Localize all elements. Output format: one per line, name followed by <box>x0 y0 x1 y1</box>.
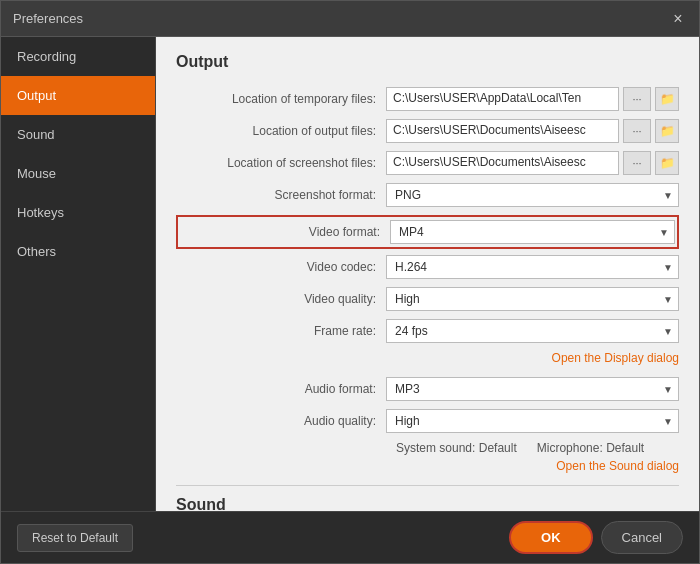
section-title-output: Output <box>176 53 679 71</box>
video-codec-control: H.264 H.265 VP8 ▼ <box>386 255 679 279</box>
video-quality-control: High Medium Low ▼ <box>386 287 679 311</box>
output-files-row: Location of output files: C:\Users\USER\… <box>176 119 679 143</box>
audio-format-label: Audio format: <box>176 382 386 396</box>
temp-files-control: C:\Users\USER\AppData\Local\Ten ··· 📁 <box>386 87 679 111</box>
video-quality-label: Video quality: <box>176 292 386 306</box>
section-title-sound: Sound <box>176 496 679 511</box>
sidebar-item-sound[interactable]: Sound <box>1 115 155 154</box>
video-format-select-wrap: MP4 AVI MOV FLV TS GIF ▼ <box>390 220 675 244</box>
screenshot-format-control: PNG JPG BMP ▼ <box>386 183 679 207</box>
screenshot-files-dots-button[interactable]: ··· <box>623 151 651 175</box>
system-sound-status-value: Default <box>479 441 517 455</box>
status-row: System sound: Default Microphone: Defaul… <box>176 441 679 455</box>
audio-quality-select[interactable]: High Medium Low <box>386 409 679 433</box>
screenshot-format-select[interactable]: PNG JPG BMP <box>386 183 679 207</box>
temp-files-path: C:\Users\USER\AppData\Local\Ten <box>386 87 619 111</box>
microphone-status-value: Default <box>606 441 644 455</box>
title-bar: Preferences × <box>1 1 699 37</box>
frame-rate-row: Frame rate: 24 fps 30 fps 60 fps ▼ <box>176 319 679 343</box>
screenshot-format-label: Screenshot format: <box>176 188 386 202</box>
open-display-dialog-wrap: Open the Display dialog <box>176 351 679 365</box>
screenshot-files-row: Location of screenshot files: C:\Users\U… <box>176 151 679 175</box>
video-format-label: Video format: <box>180 225 390 239</box>
cancel-button[interactable]: Cancel <box>601 521 683 554</box>
temp-files-row: Location of temporary files: C:\Users\US… <box>176 87 679 111</box>
main-content: Recording Output Sound Mouse Hotkeys Oth… <box>1 37 699 511</box>
temp-files-dots-button[interactable]: ··· <box>623 87 651 111</box>
output-files-label: Location of output files: <box>176 124 386 138</box>
output-files-folder-button[interactable]: 📁 <box>655 119 679 143</box>
sidebar-item-hotkeys[interactable]: Hotkeys <box>1 193 155 232</box>
video-quality-row: Video quality: High Medium Low ▼ <box>176 287 679 311</box>
audio-quality-control: High Medium Low ▼ <box>386 409 679 433</box>
audio-quality-label: Audio quality: <box>176 414 386 428</box>
video-format-control: MP4 AVI MOV FLV TS GIF ▼ <box>390 220 675 244</box>
reset-to-default-button[interactable]: Reset to Default <box>17 524 133 552</box>
screenshot-files-label: Location of screenshot files: <box>176 156 386 170</box>
audio-quality-select-wrap: High Medium Low ▼ <box>386 409 679 433</box>
microphone-status: Microphone: Default <box>537 441 644 455</box>
screenshot-files-folder-button[interactable]: 📁 <box>655 151 679 175</box>
status-info: System sound: Default Microphone: Defaul… <box>396 441 644 455</box>
sidebar: Recording Output Sound Mouse Hotkeys Oth… <box>1 37 156 511</box>
screenshot-format-select-wrap: PNG JPG BMP ▼ <box>386 183 679 207</box>
audio-format-select[interactable]: MP3 AAC WAV <box>386 377 679 401</box>
audio-quality-row: Audio quality: High Medium Low ▼ <box>176 409 679 433</box>
screenshot-files-path: C:\Users\USER\Documents\Aiseesc <box>386 151 619 175</box>
system-sound-status: System sound: Default <box>396 441 517 455</box>
open-sound-dialog-wrap: Open the Sound dialog <box>176 459 679 473</box>
video-codec-row: Video codec: H.264 H.265 VP8 ▼ <box>176 255 679 279</box>
frame-rate-label: Frame rate: <box>176 324 386 338</box>
output-files-control: C:\Users\USER\Documents\Aiseesc ··· 📁 <box>386 119 679 143</box>
video-codec-select-wrap: H.264 H.265 VP8 ▼ <box>386 255 679 279</box>
screenshot-files-control: C:\Users\USER\Documents\Aiseesc ··· 📁 <box>386 151 679 175</box>
footer-right: OK Cancel <box>509 521 683 554</box>
system-sound-status-label: System sound: <box>396 441 475 455</box>
open-display-dialog-link[interactable]: Open the Display dialog <box>176 351 679 365</box>
video-codec-label: Video codec: <box>176 260 386 274</box>
output-files-dots-button[interactable]: ··· <box>623 119 651 143</box>
temp-files-folder-button[interactable]: 📁 <box>655 87 679 111</box>
content-area: Output Location of temporary files: C:\U… <box>156 37 699 511</box>
sidebar-item-output[interactable]: Output <box>1 76 155 115</box>
frame-rate-select[interactable]: 24 fps 30 fps 60 fps <box>386 319 679 343</box>
video-format-select[interactable]: MP4 AVI MOV FLV TS GIF <box>390 220 675 244</box>
temp-files-label: Location of temporary files: <box>176 92 386 106</box>
audio-format-control: MP3 AAC WAV ▼ <box>386 377 679 401</box>
audio-format-select-wrap: MP3 AAC WAV ▼ <box>386 377 679 401</box>
close-button[interactable]: × <box>669 10 687 28</box>
frame-rate-control: 24 fps 30 fps 60 fps ▼ <box>386 319 679 343</box>
sidebar-item-recording[interactable]: Recording <box>1 37 155 76</box>
frame-rate-select-wrap: 24 fps 30 fps 60 fps ▼ <box>386 319 679 343</box>
microphone-status-label: Microphone: <box>537 441 603 455</box>
preferences-dialog: Preferences × Recording Output Sound Mou… <box>0 0 700 564</box>
open-sound-dialog-link[interactable]: Open the Sound dialog <box>176 459 679 473</box>
section-divider <box>176 485 679 486</box>
screenshot-format-row: Screenshot format: PNG JPG BMP ▼ <box>176 183 679 207</box>
output-files-path: C:\Users\USER\Documents\Aiseesc <box>386 119 619 143</box>
sidebar-item-others[interactable]: Others <box>1 232 155 271</box>
sidebar-item-mouse[interactable]: Mouse <box>1 154 155 193</box>
video-quality-select-wrap: High Medium Low ▼ <box>386 287 679 311</box>
footer: Reset to Default OK Cancel <box>1 511 699 563</box>
dialog-title: Preferences <box>13 11 83 26</box>
video-quality-select[interactable]: High Medium Low <box>386 287 679 311</box>
ok-button[interactable]: OK <box>509 521 593 554</box>
audio-format-row: Audio format: MP3 AAC WAV ▼ <box>176 377 679 401</box>
video-format-row: Video format: MP4 AVI MOV FLV TS GIF ▼ <box>176 215 679 249</box>
video-codec-select[interactable]: H.264 H.265 VP8 <box>386 255 679 279</box>
